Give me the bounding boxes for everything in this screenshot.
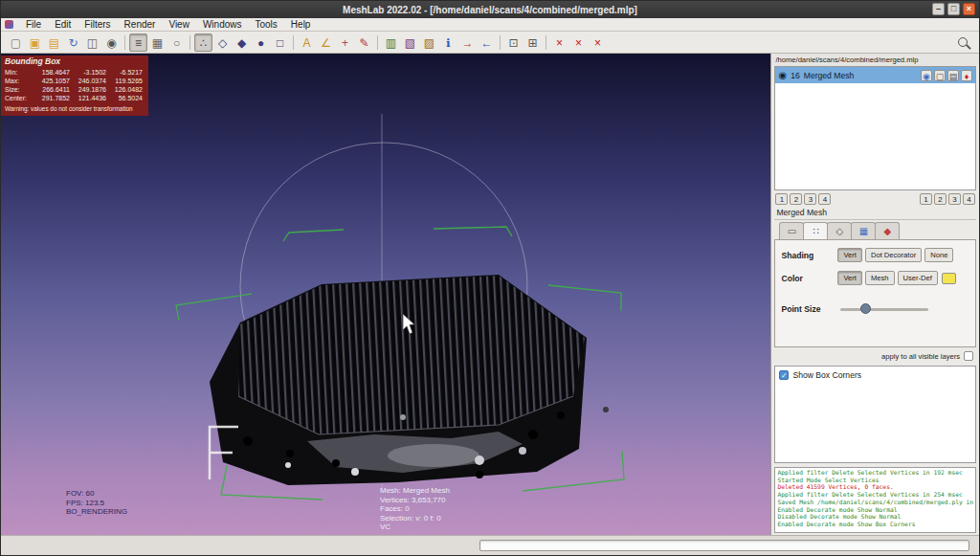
show-box-corners-label: Show Box Corners: [792, 370, 861, 380]
titlebar[interactable]: MeshLab 2022.02 - [/home/daniel/scans/4/…: [1, 1, 979, 18]
hud-left: FOV: 60FPS: 123.5BO_RENDERING: [66, 489, 127, 517]
select-vertices-icon[interactable]: ⊡: [504, 33, 523, 52]
pager-button-left-1[interactable]: 1: [775, 193, 788, 205]
normals-arrow-icon[interactable]: →: [458, 33, 477, 52]
bbox-value: 249.1876: [70, 85, 106, 94]
tab-points-render[interactable]: ∷: [803, 222, 828, 239]
layer-panel: /home/daniel/scans/4/combined/merged.mlp…: [770, 54, 979, 535]
pager-button-right-3[interactable]: 3: [948, 193, 961, 205]
show-trackball-icon[interactable]: ○: [167, 33, 186, 52]
tab-global-render[interactable]: ▭: [779, 222, 804, 239]
menu-view[interactable]: View: [162, 18, 196, 32]
option-user-def[interactable]: User-Def: [898, 271, 938, 285]
reload-file-icon[interactable]: ↻: [64, 33, 82, 52]
bbox-value: 126.0482: [106, 85, 143, 94]
pager-button-left-2[interactable]: 2: [790, 193, 802, 205]
bbox-value: 425.1057: [33, 77, 70, 85]
layer-visibility-icon[interactable]: ▢: [934, 70, 946, 81]
point-size-handle[interactable]: [860, 303, 871, 314]
bbox-mode-icon[interactable]: □: [271, 33, 289, 52]
layer-name: Merged Mesh: [804, 71, 917, 80]
layer-render-icon[interactable]: ◉: [921, 70, 932, 81]
colorize-icon[interactable]: ▧: [401, 33, 419, 52]
bbox-value: 119.5265: [106, 77, 143, 85]
close-button[interactable]: ×: [963, 3, 975, 15]
menu-filters[interactable]: Filters: [78, 18, 117, 32]
tab-texture-render[interactable]: ◆: [875, 222, 900, 239]
app-icon: [5, 20, 13, 29]
layer-properties-icon[interactable]: ▤: [947, 70, 959, 81]
main-area: Bounding Box Min:158.4647-3.1502-6.5217M…: [1, 54, 979, 535]
layer-eye-icon[interactable]: ◉: [778, 70, 787, 80]
minimize-button[interactable]: –: [932, 3, 945, 15]
hud-line: Vertices: 3,653,770: [380, 496, 450, 505]
wireframe-mode-icon[interactable]: ◇: [213, 33, 232, 52]
delete-current-mesh-icon[interactable]: ×: [550, 33, 568, 52]
info-icon[interactable]: ℹ: [439, 33, 457, 52]
pager-button-left-3[interactable]: 3: [804, 193, 816, 205]
maximize-button[interactable]: □: [947, 3, 960, 15]
menu-render[interactable]: Render: [118, 18, 163, 32]
point-size-slider[interactable]: [840, 302, 928, 316]
user-color-swatch[interactable]: [942, 273, 956, 284]
option-vert[interactable]: Vert: [837, 248, 862, 262]
measure-tool-icon[interactable]: ∠: [317, 33, 335, 52]
select-faces-icon[interactable]: ⊞: [523, 33, 542, 52]
hud-line: FPS: 123.5: [66, 499, 127, 508]
pager-button-left-4[interactable]: 4: [818, 193, 831, 205]
log-area: Applied filter Delete Selected Vertices …: [774, 467, 976, 533]
tab-solid-render[interactable]: ▦: [851, 222, 876, 239]
3d-viewport[interactable]: Bounding Box Min:158.4647-3.1502-6.5217M…: [1, 54, 770, 535]
delete-raster-icon[interactable]: ×: [569, 33, 588, 52]
hud-line: Selection: v: 0 f: 0: [380, 514, 450, 523]
bounding-box-panel: Bounding Box Min:158.4647-3.1502-6.5217M…: [1, 56, 148, 116]
menu-windows[interactable]: Windows: [196, 18, 249, 32]
show-raster-icon[interactable]: ▦: [148, 33, 167, 52]
point-picker-icon[interactable]: +: [336, 33, 354, 52]
decorator-label-icon[interactable]: A: [298, 33, 316, 52]
pager-button-right-2[interactable]: 2: [934, 193, 947, 205]
pager-left: 1234: [775, 193, 831, 206]
window-title: MeshLab 2022.02 - [/home/daniel/scans/4/…: [343, 5, 637, 15]
layer-id: 16: [791, 71, 800, 80]
3d-scene[interactable]: [1, 54, 770, 535]
quality-map-icon[interactable]: ▥: [382, 33, 400, 52]
menu-file[interactable]: File: [19, 18, 48, 32]
hud-right: Mesh: Merged MeshVertices: 3,653,770Face…: [380, 486, 450, 532]
tab-wireframe-render[interactable]: ◇: [827, 222, 852, 239]
flip-arrow-icon[interactable]: ←: [478, 33, 496, 52]
open-project-icon[interactable]: ▣: [26, 33, 44, 52]
delete-all-icon[interactable]: ×: [589, 33, 607, 52]
menu-tools[interactable]: Tools: [248, 18, 283, 32]
decorators-panel: ✓ Show Box Corners: [774, 366, 976, 463]
pager-button-right-4[interactable]: 4: [963, 193, 975, 205]
project-path: /home/daniel/scans/4/combined/merged.mlp: [771, 54, 979, 66]
option-mesh[interactable]: Mesh: [865, 271, 895, 285]
show-layer-dialog-icon[interactable]: ≡: [129, 33, 147, 52]
export-mesh-icon[interactable]: ◫: [83, 33, 101, 52]
show-box-corners-checkbox[interactable]: ✓: [779, 370, 789, 380]
hud-line: VC: [380, 523, 450, 532]
menu-edit[interactable]: Edit: [48, 18, 78, 32]
points-mode-icon[interactable]: ∴: [194, 33, 212, 52]
layer-row-merged-mesh[interactable]: ◉ 16 Merged Mesh ◉▢▤♦: [775, 67, 975, 83]
slider-track: [840, 308, 928, 311]
apply-checkbox[interactable]: [964, 351, 973, 361]
pen-tool-icon[interactable]: ✎: [355, 33, 373, 52]
menu-help[interactable]: Help: [284, 18, 318, 32]
bbox-value: 246.0374: [70, 77, 106, 85]
option-vert[interactable]: Vert: [837, 271, 862, 285]
layer-file-icon[interactable]: ♦: [961, 70, 972, 81]
option-dot-decorator[interactable]: Dot Decorator: [865, 248, 922, 262]
import-mesh-icon[interactable]: ▤: [45, 33, 63, 52]
layer-list[interactable]: ◉ 16 Merged Mesh ◉▢▤♦: [774, 66, 976, 190]
pager-button-right-1[interactable]: 1: [920, 193, 932, 205]
search-icon[interactable]: [958, 37, 968, 47]
zpaint-icon[interactable]: ▨: [420, 33, 438, 52]
show-box-corners-row[interactable]: ✓ Show Box Corners: [779, 370, 971, 380]
new-project-icon[interactable]: ▢: [7, 33, 25, 52]
flat-mode-icon[interactable]: ◆: [233, 33, 251, 52]
save-snapshot-icon[interactable]: ◉: [102, 33, 121, 52]
smooth-mode-icon[interactable]: ●: [252, 33, 270, 52]
option-none[interactable]: None: [924, 248, 953, 262]
